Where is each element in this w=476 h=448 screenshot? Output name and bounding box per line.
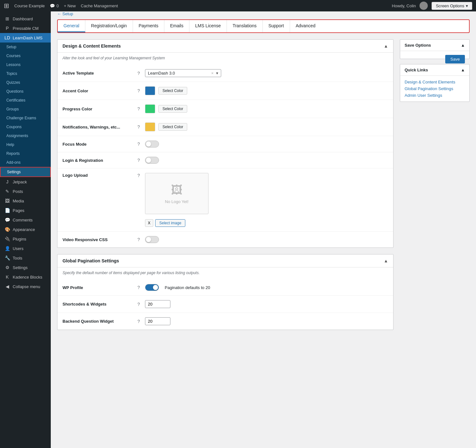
logo-upload-help-icon[interactable]: ? <box>136 173 142 178</box>
sidebar-item-courses[interactable]: Courses <box>0 51 51 60</box>
progress-color-button[interactable]: Select Color <box>158 105 187 113</box>
logo-select-image-button[interactable]: Select image <box>155 219 185 227</box>
focus-mode-toggle[interactable] <box>145 141 159 148</box>
sidebar-item-tools[interactable]: 🔧 Tools <box>0 253 51 263</box>
save-button[interactable]: Save <box>445 55 465 63</box>
notifications-color-button[interactable]: Select Color <box>158 123 187 131</box>
new-button[interactable]: + New <box>64 3 76 8</box>
site-name[interactable]: Course Example <box>14 3 45 8</box>
sidebar-item-media[interactable]: 🖼 Media <box>0 196 51 206</box>
sidebar-item-topics[interactable]: Topics <box>0 69 51 78</box>
login-registration-control <box>145 157 388 164</box>
tab-lms-license[interactable]: LMS License <box>189 20 227 32</box>
active-template-select[interactable]: LearnDash 3.0 × ▾ <box>145 69 221 77</box>
sidebar-item-setup[interactable]: Setup <box>0 43 51 51</box>
video-responsive-help-icon[interactable]: ? <box>136 237 142 242</box>
screen-options-button[interactable]: Screen Options ▾ <box>432 2 472 10</box>
sidebar-item-comments[interactable]: 💬 Comments <box>0 215 51 225</box>
sidebar-item-plugins[interactable]: 🔌 Plugins <box>0 234 51 244</box>
progress-color-swatch <box>145 104 155 113</box>
wp-profile-toggle[interactable] <box>145 284 159 291</box>
comments-count[interactable]: 💬 0 <box>50 3 59 8</box>
sidebar-item-kadence[interactable]: K Kadence Blocks <box>0 272 51 282</box>
shortcodes-help-icon[interactable]: ? <box>136 302 142 307</box>
dashboard-icon: ⊞ <box>4 16 10 21</box>
quick-link-design[interactable]: Design & Content Elements <box>405 80 465 84</box>
login-registration-toggle[interactable] <box>145 157 159 164</box>
video-responsive-knob <box>146 237 151 242</box>
logo-x-button[interactable]: X <box>145 219 153 227</box>
sidebar-item-assignments[interactable]: Assignments <box>0 131 51 140</box>
sidebar-item-collapse[interactable]: ◀ Collapse menu <box>0 282 51 291</box>
login-registration-help-icon[interactable]: ? <box>136 158 142 163</box>
sidebar: ⊞ Dashboard P Pressable CM LD LearnDash … <box>0 11 51 448</box>
notifications-color-help-icon[interactable]: ? <box>136 124 142 129</box>
pagination-panel-toggle[interactable]: ▲ <box>384 258 388 263</box>
posts-icon: ✎ <box>4 189 10 194</box>
sidebar-item-quizzes[interactable]: Quizzes <box>0 78 51 87</box>
shortcodes-label: Shortcodes & Widgets <box>63 302 132 306</box>
accent-color-help-icon[interactable]: ? <box>136 88 142 93</box>
howdy-user[interactable]: Howdy, Colin <box>392 3 416 8</box>
wp-profile-help-icon[interactable]: ? <box>136 285 142 290</box>
cache-management[interactable]: Cache Management <box>81 3 118 8</box>
sidebar-item-certificates[interactable]: Certificates <box>0 96 51 105</box>
sidebar-item-pressable[interactable]: P Pressable CM <box>0 23 51 33</box>
sidebar-item-questions[interactable]: Questions <box>0 87 51 96</box>
quick-links-toggle-icon[interactable]: ▲ <box>461 68 465 72</box>
save-options-toggle-icon[interactable]: ▲ <box>461 43 465 48</box>
design-panel-toggle[interactable]: ▲ <box>384 43 388 49</box>
shortcodes-row: Shortcodes & Widgets ? 20 <box>57 296 393 313</box>
sidebar-item-wp-settings[interactable]: ⚙ Settings <box>0 263 51 272</box>
tab-translations[interactable]: Translations <box>227 20 263 32</box>
sidebar-item-lessons[interactable]: Lessons <box>0 60 51 69</box>
active-template-help-icon[interactable]: ? <box>136 71 142 76</box>
sidebar-item-appearance[interactable]: 🎨 Appearance <box>0 225 51 234</box>
back-link[interactable]: ← Setup <box>57 11 73 16</box>
sidebar-item-help[interactable]: Help <box>0 140 51 149</box>
tab-advanced[interactable]: Advanced <box>290 20 321 32</box>
sidebar-item-reports[interactable]: Reports <box>0 149 51 158</box>
notifications-color-control: Select Color <box>145 122 388 131</box>
tab-general[interactable]: General <box>58 20 85 32</box>
accent-color-row: Accent Color ? Select Color <box>57 82 393 100</box>
sidebar-item-groups[interactable]: Groups <box>0 105 51 114</box>
backend-question-help-icon[interactable]: ? <box>136 319 142 324</box>
comments-icon: 💬 <box>4 217 10 222</box>
accent-color-button[interactable]: Select Color <box>158 87 187 95</box>
pagination-panel: Global Pagination Settings ▲ Specify the… <box>57 254 393 330</box>
progress-color-row: Progress Color ? Select Color <box>57 100 393 118</box>
logo-upload-control: 🖼 No Logo Yet! X Select image <box>145 173 388 227</box>
login-registration-label: Login & Registration <box>63 158 132 163</box>
sidebar-item-settings[interactable]: Settings <box>0 167 51 177</box>
wp-logo-icon[interactable]: ⊞ <box>4 2 9 10</box>
sidebar-item-jetpack[interactable]: J Jetpack <box>0 177 51 187</box>
sidebar-item-pages[interactable]: 📄 Pages <box>0 206 51 215</box>
tab-emails[interactable]: Emails <box>164 20 189 32</box>
admin-bar: ⊞ Course Example 💬 0 + New Cache Managem… <box>0 0 476 11</box>
template-clear-icon[interactable]: × <box>211 71 214 76</box>
quick-link-pagination[interactable]: Global Pagination Settings <box>405 86 465 91</box>
tab-support[interactable]: Support <box>263 20 290 32</box>
collapse-icon: ◀ <box>4 284 10 289</box>
progress-color-help-icon[interactable]: ? <box>136 106 142 111</box>
focus-mode-help-icon[interactable]: ? <box>136 142 142 147</box>
sidebar-item-coupons[interactable]: Coupons <box>0 122 51 131</box>
sidebar-item-posts[interactable]: ✎ Posts <box>0 187 51 196</box>
save-options-panel: Save Options ▲ Save <box>400 39 470 59</box>
video-responsive-label: Video Responsive CSS <box>63 237 132 242</box>
video-responsive-toggle[interactable] <box>145 236 159 243</box>
login-registration-knob <box>146 158 151 163</box>
sidebar-item-dashboard[interactable]: ⊞ Dashboard <box>0 14 51 23</box>
shortcodes-control: 20 <box>145 300 388 308</box>
tab-registration[interactable]: Registration/Login <box>85 20 133 32</box>
sidebar-item-learndash[interactable]: LD LearnDash LMS <box>0 33 51 43</box>
sidebar-item-challenge-exams[interactable]: Challenge Exams <box>0 114 51 122</box>
tab-navigation: General Registration/Login Payments Emai… <box>57 19 470 33</box>
shortcodes-input[interactable]: 20 <box>145 300 170 308</box>
sidebar-item-add-ons[interactable]: Add-ons <box>0 158 51 167</box>
sidebar-item-users[interactable]: 👤 Users <box>0 244 51 253</box>
tab-payments[interactable]: Payments <box>133 20 164 32</box>
quick-link-admin-user[interactable]: Admin User Settings <box>405 93 465 98</box>
backend-question-input[interactable]: 20 <box>145 317 170 325</box>
